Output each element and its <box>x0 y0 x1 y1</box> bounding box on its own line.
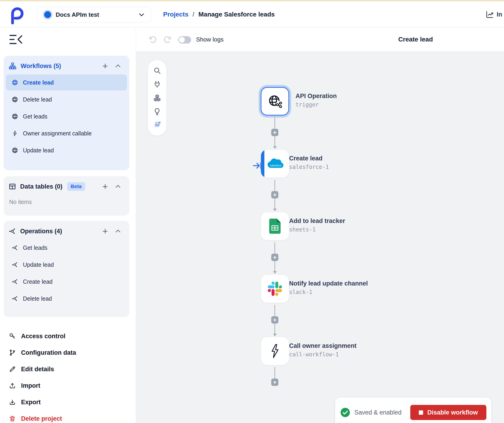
status-badge: Saved & enabled <box>354 409 406 416</box>
node-notify-lead-update-channel-slack[interactable] <box>261 274 289 303</box>
node-create-lead-salesforce[interactable]: salesforce <box>261 149 289 178</box>
node-api-operation-trigger[interactable] <box>261 87 289 115</box>
sidebar-item-label: Delete lead <box>23 295 52 302</box>
sidebar-item-operation-create-lead[interactable]: Create lead <box>6 274 127 290</box>
operations-section-title: Operations (4) <box>20 228 62 235</box>
insights-chart-icon <box>486 10 494 18</box>
show-logs-label: Show logs <box>196 36 224 43</box>
sidebar-item-workflow-create-lead[interactable]: Create lead <box>6 74 127 91</box>
slack-icon <box>268 282 282 296</box>
breadcrumb: Projects / Manage Salesforce leads <box>163 1 275 28</box>
connector-line <box>275 305 275 316</box>
node-label-notify-lead-update-channel: Notify lead update channel slack-1 <box>289 280 426 295</box>
add-step-button[interactable]: + <box>271 254 278 261</box>
insights-button[interactable]: In <box>486 1 502 28</box>
add-workflow-button[interactable]: + <box>101 62 109 70</box>
export-icon <box>9 399 16 405</box>
sidebar-item-workflow-owner-assignment[interactable]: Owner assignment callable <box>6 125 127 141</box>
project-selector[interactable]: Docs APIm test <box>37 7 151 23</box>
lightbulb-icon[interactable] <box>153 107 162 116</box>
sidebar-item-operation-delete-lead[interactable]: Delete lead <box>6 290 127 307</box>
connector-line <box>275 324 275 334</box>
trash-icon <box>9 415 16 422</box>
molecule-icon <box>12 261 18 268</box>
redo-icon[interactable] <box>163 35 172 44</box>
git-branch-icon <box>9 349 16 356</box>
molecule-icon <box>9 228 16 235</box>
sidebar-item-export[interactable]: Export <box>0 394 136 411</box>
breadcrumb-projects-link[interactable]: Projects <box>163 11 189 18</box>
ai-assistant-icon[interactable] <box>153 121 162 130</box>
canvas-toolbar: Show logs Create lead <box>136 28 504 52</box>
add-step-button[interactable]: + <box>271 129 278 136</box>
sidebar-item-edit-details[interactable]: Edit details <box>0 361 136 377</box>
show-logs-toggle[interactable] <box>178 36 191 43</box>
undo-icon[interactable] <box>149 35 157 44</box>
connector-arrow <box>273 209 277 211</box>
pencil-icon <box>9 366 16 373</box>
sidebar-item-label: Get leads <box>23 244 48 251</box>
globe-icon <box>12 147 18 154</box>
app-header: Docs APIm test Projects / Manage Salesfo… <box>0 1 504 28</box>
api-trigger-icon <box>267 94 282 109</box>
bolt-icon <box>12 130 18 136</box>
node-subtitle: slack-1 <box>289 289 426 295</box>
bolt-icon <box>269 344 281 358</box>
stop-icon <box>419 411 423 415</box>
workflow-canvas[interactable]: Show logs Create lead <box>136 28 504 423</box>
globe-icon <box>12 113 18 120</box>
sidebar: Workflows (5) + Create lead Delete lead … <box>0 28 136 423</box>
import-icon <box>9 382 16 389</box>
sidebar-item-delete-project[interactable]: Delete project <box>0 411 136 423</box>
sidebar-item-import[interactable]: Import <box>0 377 136 394</box>
blocks-icon[interactable] <box>153 93 162 103</box>
node-subtitle: sheets-1 <box>289 226 426 233</box>
add-data-table-button[interactable]: + <box>101 182 109 191</box>
connector-line <box>275 180 275 191</box>
table-icon <box>9 183 16 190</box>
node-label-add-to-lead-tracker: Add to lead tracker sheets-1 <box>289 218 426 233</box>
project-avatar-dot <box>44 11 51 18</box>
node-subtitle: salesforce-1 <box>289 164 426 170</box>
add-step-button[interactable]: + <box>271 191 278 199</box>
search-icon[interactable] <box>153 66 162 75</box>
footer-item-label: Configuration data <box>21 349 76 356</box>
sidebar-item-workflow-get-leads[interactable]: Get leads <box>6 108 127 124</box>
collapse-workflows-icon[interactable] <box>114 62 122 70</box>
connector-arrow <box>273 334 277 336</box>
disable-workflow-button[interactable]: Disable workflow <box>410 405 486 420</box>
add-step-button[interactable]: + <box>271 316 278 324</box>
sidebar-item-workflow-delete-lead[interactable]: Delete lead <box>6 91 127 108</box>
sidebar-item-operation-get-leads[interactable]: Get leads <box>6 240 127 256</box>
sidebar-item-access-control[interactable]: Access control <box>0 328 136 344</box>
sidebar-collapse-icon[interactable] <box>9 34 23 46</box>
globe-icon <box>12 96 18 103</box>
sidebar-item-configuration-data[interactable]: Configuration data <box>0 344 136 361</box>
node-add-to-lead-tracker-sheets[interactable] <box>261 212 289 240</box>
project-name: Docs APIm test <box>56 11 133 18</box>
connector-line <box>275 261 275 272</box>
operations-section: Operations (4) + Get leads Update lead C… <box>4 221 129 317</box>
collapse-data-tables-icon[interactable] <box>114 182 122 191</box>
add-operation-button[interactable]: + <box>101 227 109 236</box>
plug-icon[interactable] <box>153 80 162 89</box>
data-tables-empty-state: No items <box>4 194 129 205</box>
pipedream-logo[interactable] <box>10 6 24 24</box>
workflows-section-title: Workflows (5) <box>21 63 61 70</box>
sidebar-item-workflow-update-lead[interactable]: Update lead <box>6 142 127 158</box>
insights-label: In <box>497 11 502 18</box>
active-step-bar <box>261 150 264 178</box>
sidebar-item-label: Get leads <box>23 113 48 120</box>
workflow-status-bar: Saved & enabled Disable workflow <box>335 398 492 423</box>
node-call-owner-assignment[interactable] <box>261 337 289 365</box>
add-step-button[interactable]: + <box>271 379 278 386</box>
sitemap-icon <box>9 62 17 70</box>
google-sheets-icon <box>269 219 281 234</box>
canvas-tool-palette <box>148 60 167 136</box>
node-label-call-owner-assignment: Call owner assignment call-workflow-1 <box>289 342 426 358</box>
workflow-title: Create lead <box>365 36 466 43</box>
sidebar-item-operation-update-lead[interactable]: Update lead <box>6 257 127 273</box>
node-title: Create lead <box>289 155 426 162</box>
breadcrumb-current: Manage Salesforce leads <box>198 11 275 18</box>
collapse-operations-icon[interactable] <box>114 227 122 236</box>
